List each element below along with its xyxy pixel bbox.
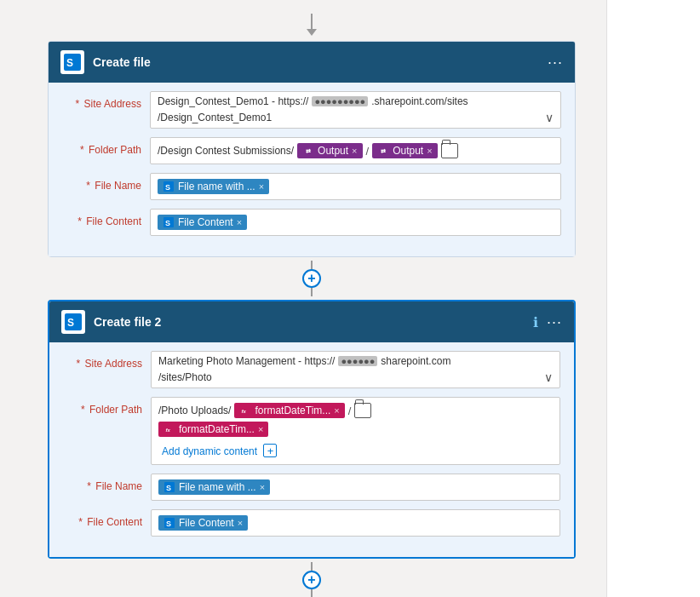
card1-site-input[interactable]: Design_Contest_Demo1 - https:// ●●●●●●●●…: [150, 91, 561, 129]
card2-filename-close[interactable]: ×: [260, 482, 265, 492]
card2-folder-input[interactable]: /Photo Uploads/ fx formatDateTim... × /: [151, 397, 560, 465]
card1-folder-row: * Folder Path /Design Contest Submission…: [62, 137, 561, 164]
card2-token1-close[interactable]: ×: [334, 405, 339, 416]
card1-site-dropdown[interactable]: ∨: [545, 111, 554, 124]
card1-body: * Site Address Design_Contest_Demo1 - ht…: [49, 83, 575, 256]
card1-icon: S: [60, 50, 84, 74]
card2-menu[interactable]: ···: [547, 313, 562, 331]
create-file-card: S Create file ··· * Site Address Design_…: [48, 41, 576, 257]
card1-site-address-row: * Site Address Design_Contest_Demo1 - ht…: [62, 91, 561, 129]
svg-text:fx: fx: [166, 428, 171, 433]
card2-info-icon[interactable]: ℹ: [533, 314, 538, 330]
card1-site-redacted: ●●●●●●●●●: [312, 96, 368, 106]
card1-folder-prefix: /Design Contest Submissions/: [158, 145, 294, 157]
card1-folder-label: * Folder Path: [62, 137, 143, 156]
card1-folder-input[interactable]: /Design Contest Submissions/ ⇄ Output × …: [150, 137, 561, 164]
card2-filename-label: * File Name: [63, 474, 144, 492]
card1-token2-icon: ⇄: [377, 145, 389, 157]
card2-folder-browse[interactable]: [354, 403, 371, 418]
plus-connector-2[interactable]: +: [302, 562, 321, 597]
card2-filename-token: S File name with ... ×: [158, 479, 270, 495]
svg-text:S: S: [67, 317, 74, 329]
svg-text:⇄: ⇄: [306, 148, 311, 154]
add-dynamic-content[interactable]: Add dynamic content +: [158, 442, 280, 459]
plus-circle-2[interactable]: +: [302, 571, 321, 589]
card2-filecontent-token: S File Content ×: [158, 515, 248, 531]
add-dynamic-plus-icon[interactable]: +: [263, 444, 277, 457]
svg-text:S: S: [66, 57, 73, 69]
svg-text:S: S: [166, 484, 171, 492]
card1-site-row2: /Design_Contest_Demo1 ∨: [158, 111, 554, 124]
card2-filecontent-label: * File Content: [63, 509, 144, 528]
card1-site-row1: Design_Contest_Demo1 - https:// ●●●●●●●●…: [158, 95, 554, 107]
card2-body: * Site Address Marketing Photo Managemen…: [49, 342, 574, 557]
card1-token2-close[interactable]: ×: [427, 146, 432, 156]
card2-site-row2: /sites/Photo ∨: [158, 370, 553, 384]
card2-folder-row: * Folder Path /Photo Uploads/ fx formatD…: [63, 397, 560, 465]
card1-filename-row: * File Name S File name with ... ×: [62, 173, 561, 200]
plus-circle-1[interactable]: +: [302, 269, 321, 288]
card2-filecontent-row: * File Content S File Content ×: [63, 509, 560, 537]
card1-token1-close[interactable]: ×: [352, 146, 357, 156]
card1-filecontent-token: S File Content ×: [158, 215, 247, 230]
card1-filecontent-input[interactable]: S File Content ×: [150, 209, 561, 236]
card1-filecontent-icon: S: [163, 216, 175, 228]
card2-site-row1: Marketing Photo Management - https:// ●●…: [158, 355, 553, 367]
slash2: /: [348, 405, 352, 417]
card1-site-text1: Design_Contest_Demo1 - https://: [158, 95, 308, 107]
svg-text:fx: fx: [242, 409, 247, 414]
card1-filecontent-close[interactable]: ×: [237, 217, 242, 227]
card2-folder-token2: fx formatDateTim... ×: [158, 422, 268, 437]
svg-text:S: S: [165, 219, 170, 227]
card2-filename-row: * File Name S File name with ... ×: [63, 474, 560, 501]
card2-site-input[interactable]: Marketing Photo Management - https:// ●●…: [151, 351, 560, 388]
card2-site-text2: sharepoint.com: [381, 355, 450, 367]
svg-text:S: S: [166, 520, 171, 528]
card1-filecontent-label: * File Content: [62, 209, 143, 227]
card1-folder-token2: ⇄ Output ×: [372, 143, 437, 158]
card1-folder-browse[interactable]: [441, 143, 458, 158]
card1-header: S Create file ···: [49, 42, 575, 83]
card2-filecontent-close[interactable]: ×: [238, 518, 243, 528]
card1-filename-token: S File name with ... ×: [158, 179, 269, 194]
card2-token1-icon: fx: [239, 405, 251, 416]
card2-icon: S: [61, 310, 85, 334]
card1-title: Create file: [93, 55, 539, 69]
card1-site-label: * Site Address: [62, 91, 143, 110]
card2-token2-close[interactable]: ×: [258, 424, 263, 434]
card2-site-redacted: ●●●●●●: [338, 356, 377, 366]
create-file2-card: S Create file 2 ℹ ··· * Site Address Mar…: [48, 300, 576, 559]
card1-filename-close[interactable]: ×: [259, 181, 264, 192]
card1-filename-input[interactable]: S File name with ... ×: [150, 173, 561, 200]
card1-filename-token-icon: S: [163, 181, 175, 192]
card2-filename-input[interactable]: S File name with ... ×: [151, 474, 560, 501]
card2-folder-token1: fx formatDateTim... ×: [234, 403, 344, 418]
card2-filecontent-input[interactable]: S File Content ×: [151, 509, 560, 537]
card1-folder-row1: /Design Contest Submissions/ ⇄ Output × …: [158, 143, 554, 158]
card2-site-text3: /sites/Photo: [158, 371, 212, 383]
card2-header: S Create file 2 ℹ ···: [49, 301, 574, 342]
card2-filename-token-icon: S: [164, 481, 175, 493]
card1-filecontent-row: * File Content S File Content ×: [62, 209, 561, 236]
card1-site-text3: /Design_Contest_Demo1: [158, 112, 272, 123]
slash1: /: [366, 145, 370, 158]
card2-title: Create file 2: [94, 315, 525, 329]
card1-token1-icon: ⇄: [302, 145, 314, 157]
card1-filename-label: * File Name: [62, 173, 143, 192]
card2-folder-row1: /Photo Uploads/ fx formatDateTim... × /: [158, 403, 553, 418]
connector-arrow-top: [307, 14, 317, 36]
card2-filecontent-icon: S: [164, 517, 175, 529]
plus-connector-1[interactable]: +: [302, 261, 321, 296]
card1-folder-token1: ⇄ Output ×: [297, 143, 362, 158]
right-panel: [606, 0, 700, 597]
card2-folder-row2: fx formatDateTim... ×: [158, 422, 553, 437]
card2-site-dropdown[interactable]: ∨: [544, 370, 553, 384]
svg-text:S: S: [165, 183, 170, 192]
card1-menu[interactable]: ···: [548, 54, 563, 72]
card2-folder-prefix: /Photo Uploads/: [158, 405, 231, 416]
card1-site-text2: .sharepoint.com/sites: [371, 95, 468, 107]
card2-site-address-row: * Site Address Marketing Photo Managemen…: [63, 351, 560, 388]
svg-text:⇄: ⇄: [381, 148, 386, 154]
card2-site-label: * Site Address: [63, 351, 144, 370]
card2-folder-label: * Folder Path: [63, 397, 144, 416]
